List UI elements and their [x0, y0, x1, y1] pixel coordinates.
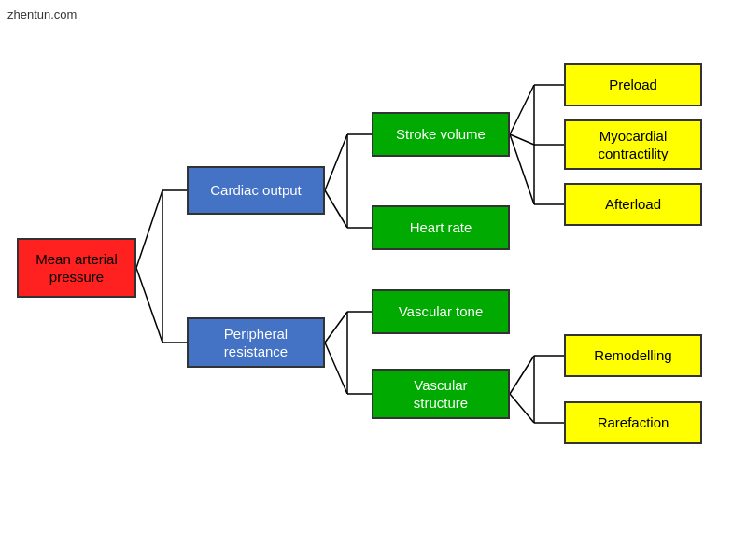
- node-stroke-volume: Stroke volume: [372, 112, 510, 157]
- watermark: zhentun.com: [7, 7, 77, 21]
- svg-line-6: [325, 190, 347, 228]
- node-rarefaction: Rarefaction: [564, 401, 702, 444]
- node-vascular-tone: Vascular tone: [372, 289, 510, 334]
- svg-line-23: [510, 394, 534, 423]
- label-vascular-tone: Vascular tone: [399, 302, 484, 321]
- svg-line-11: [325, 343, 347, 394]
- label-afterload: Afterload: [605, 195, 661, 214]
- label-cardiac-output: Cardiac output: [210, 181, 302, 200]
- label-preload: Preload: [609, 76, 657, 94]
- label-remodelling: Remodelling: [594, 346, 671, 365]
- label-mean-arterial-pressure: Mean arterial pressure: [35, 250, 118, 287]
- svg-line-5: [325, 134, 347, 190]
- label-stroke-volume: Stroke volume: [396, 125, 486, 144]
- node-afterload: Afterload: [564, 183, 702, 226]
- svg-line-1: [136, 268, 162, 343]
- label-heart-rate: Heart rate: [410, 218, 472, 237]
- svg-line-16: [510, 134, 534, 145]
- svg-line-15: [510, 85, 534, 134]
- label-rarefaction: Rarefaction: [598, 413, 669, 432]
- label-peripheral-resistance: Peripheral resistance: [224, 325, 288, 361]
- label-vascular-structure: Vascular structure: [414, 376, 468, 413]
- svg-line-17: [510, 134, 534, 204]
- svg-line-22: [510, 356, 534, 394]
- svg-line-0: [136, 190, 162, 268]
- node-myocardial-contractility: Myocardial contractility: [564, 119, 702, 170]
- node-heart-rate: Heart rate: [372, 205, 510, 250]
- node-peripheral-resistance: Peripheral resistance: [187, 317, 325, 368]
- node-cardiac-output: Cardiac output: [187, 166, 325, 215]
- svg-line-10: [325, 312, 347, 343]
- node-mean-arterial-pressure: Mean arterial pressure: [17, 238, 136, 298]
- node-remodelling: Remodelling: [564, 334, 702, 377]
- node-preload: Preload: [564, 63, 702, 106]
- node-vascular-structure: Vascular structure: [372, 369, 510, 419]
- label-myocardial-contractility: Myocardial contractility: [598, 127, 668, 163]
